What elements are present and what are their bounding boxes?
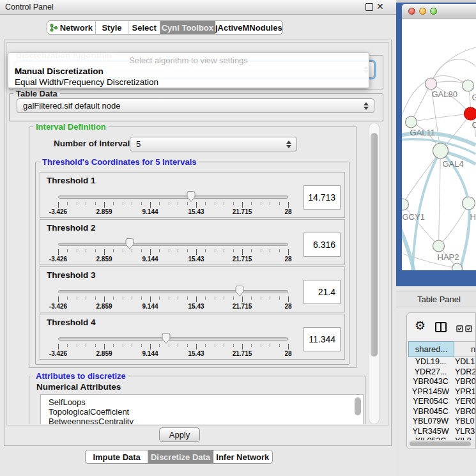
tab-impute-data[interactable]: Impute Data [86,450,148,463]
threshold-3-slider[interactable]: -3.426 2.859 9.144 15.43 21.715 28 [58,285,288,312]
threshold-3-label: Threshold 3 [47,270,96,280]
slider-track[interactable] [58,290,288,293]
tab-style[interactable]: Style [96,21,129,34]
scrollbar-thumb[interactable] [371,133,378,357]
close-traffic-light[interactable] [408,8,415,15]
network-window-titlebar [402,4,476,19]
svg-text:GCY1: GCY1 [403,212,425,222]
slider-major-ticks [58,249,289,255]
table-panel-container: ⚙ shared... na YDL19...YDL1 YDR27...YDR2… [406,312,476,449]
node-bottom-partial[interactable] [452,263,463,270]
zoom-traffic-light[interactable] [430,8,437,15]
num-intervals-combobox[interactable]: 5 [130,137,297,151]
column-header-shared-name[interactable]: shared... [408,341,454,357]
settings-scroll-viewport: Interval Definition Number of Intervals … [9,121,368,424]
control-panel-tabs: Network Style Select Cyni Toolbox jActiv… [47,20,283,35]
table-row[interactable]: YPR145WYPR1 [408,387,476,397]
threshold-2-value-field[interactable]: 6.316 [303,233,341,257]
tab-network[interactable]: Network [47,21,96,34]
attributes-group: Attributes to discretize Numerical Attri… [29,376,365,424]
apply-button[interactable]: Apply [159,427,200,442]
svg-text:HAP2: HAP2 [438,252,459,262]
table-data-value: galFiltered.sif default node [23,101,120,111]
slider-track[interactable] [58,243,288,246]
slider-track[interactable] [58,196,288,199]
float-window-icon[interactable] [365,3,373,11]
node-gcy1[interactable] [402,199,409,210]
slider-track[interactable] [58,337,288,341]
threshold-2-slider[interactable]: -3.426 2.859 9.144 15.43 21.715 28 [58,238,288,265]
slider-thumb[interactable] [234,285,245,297]
tab-network-label: Network [60,23,93,33]
numerical-attributes-list[interactable]: SelfLoops TopologicalCoefficient Between… [40,394,364,424]
node-red-selected[interactable] [464,107,476,120]
control-panel-title: Control Panel [5,3,54,12]
list-scrollbar[interactable] [355,397,361,415]
algorithm-dropdown-popup: Select algorithm to view settings Manual… [8,52,369,88]
interval-definition-title: Interval Definition [33,122,109,132]
threshold-3-value-field[interactable]: 21.4 [303,280,341,304]
checkbox-icon[interactable] [465,325,472,332]
desktop-strip [396,0,476,3]
table-header-row: shared... na [408,341,476,357]
tab-infer-network[interactable]: Infer Network [213,450,272,463]
threshold-1-value-field[interactable]: 14.713 [303,185,341,210]
application-window: Control Panel ✕ Network Style Select Cyn… [0,0,476,476]
svg-text:G: G [472,93,476,102]
slider-thumb[interactable] [186,190,196,203]
network-view-canvas[interactable]: GAL80 G C GAL11 GAL4 GCY1 H HAP2 [402,19,476,270]
threshold-4-value-field[interactable]: 11.344 [303,327,341,351]
node-gal11[interactable] [406,116,417,128]
network-nodes[interactable] [402,78,476,270]
threshold-2-label: Threshold 2 [47,223,96,233]
checkbox-icon[interactable] [456,325,463,332]
node-right-mid[interactable] [463,197,475,210]
tab-discretize-data[interactable]: Discretize Data [148,450,213,463]
node-top-right[interactable] [463,80,474,91]
list-item[interactable]: BetweennessCentrality [49,417,134,424]
node-gal80[interactable] [426,78,437,89]
slider-thumb[interactable] [161,332,171,344]
slider-major-ticks [58,202,289,208]
svg-text:H: H [470,212,476,222]
minimize-traffic-light[interactable] [419,8,426,15]
threshold-3-panel: Threshold 3 -3.426 2.859 9.144 15.43 21.… [40,266,345,312]
table-data-combobox[interactable]: galFiltered.sif default node [17,98,374,113]
gear-icon[interactable]: ⚙ [415,319,426,332]
tab-jactivemnodules[interactable]: jActiveMNodules [215,21,282,34]
numerical-attributes-label: Numerical Attributes [36,382,121,392]
slider-major-ticks [58,296,289,302]
table-row[interactable]: YDR27...YDR2 [408,367,476,378]
table-data-group-title: Table Data [13,89,60,98]
interval-definition-group: Interval Definition Number of Intervals … [29,127,357,368]
network-graph: GAL80 G C GAL11 GAL4 GCY1 H HAP2 [402,19,476,270]
svg-text:GAL80: GAL80 [432,89,457,99]
column-header-name[interactable]: na [454,341,476,357]
table-row[interactable]: YBL079WYBL0 [408,417,476,427]
close-icon[interactable]: ✕ [376,1,384,12]
svg-text:GAL4: GAL4 [443,159,464,169]
dropdown-option-manual[interactable]: Manual Discretization [15,66,104,76]
dropdown-hint-item[interactable]: Select algorithm to view settings [8,56,369,65]
settings-scrollbar[interactable] [369,123,380,424]
tab-select[interactable]: Select [128,21,160,34]
slider-thumb[interactable] [125,238,135,250]
list-item[interactable]: TopologicalCoefficient [49,407,129,417]
table-row[interactable]: YBR043CYBR0 [408,377,476,387]
table-row[interactable]: YBR045CYBR0 [408,407,476,417]
table-row[interactable]: YER054CYER0 [408,397,476,407]
node-gal4[interactable] [433,143,449,158]
threshold-4-label: Threshold 4 [47,318,96,327]
node-hap2[interactable] [433,240,445,252]
table-horizontal-scrollbar[interactable] [408,440,475,447]
threshold-4-slider[interactable]: -3.426 2.859 9.144 15.43 21.715 28 [58,332,288,359]
threshold-1-slider[interactable]: -3.426 2.859 9.144 15.43 21.715 28 [58,190,288,217]
scrollbar-thumb[interactable] [410,441,471,446]
list-item[interactable]: SelfLoops [49,397,86,407]
table-row[interactable]: YDL19...YDL1 [408,357,476,367]
table-row[interactable]: YLR345WYLR3 [408,427,476,437]
tab-cyni-toolbox[interactable]: Cyni Toolbox [160,21,215,34]
split-columns-icon[interactable] [435,322,447,332]
combo-arrows-icon [364,102,369,110]
dropdown-option-equal-width[interactable]: Equal Width/Frequency Discretization [15,77,158,87]
